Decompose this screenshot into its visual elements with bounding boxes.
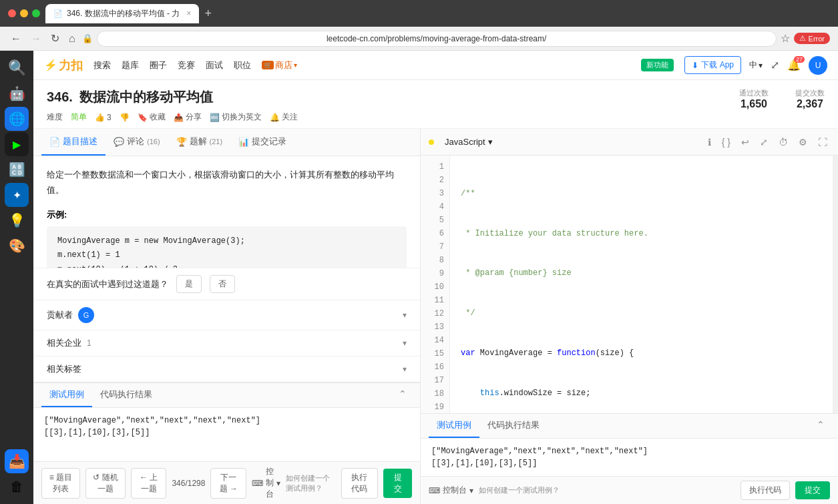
tab-comments[interactable]: 💬 评论 (16) bbox=[106, 129, 168, 156]
prev-btn[interactable]: ← 上一题 bbox=[131, 468, 167, 499]
maximize-dot[interactable] bbox=[32, 9, 40, 17]
tab-description[interactable]: 📄 题目描述 bbox=[41, 129, 106, 156]
submit-btn-right[interactable]: 提交 bbox=[795, 481, 830, 499]
star-btn[interactable]: ☆ bbox=[781, 32, 790, 45]
nav-circle[interactable]: 圈子 bbox=[150, 59, 167, 71]
translate-btn[interactable]: 🔤 切换为英文 bbox=[210, 111, 262, 123]
expand-code-btn[interactable]: ⤢ bbox=[757, 134, 771, 150]
tab-solutions[interactable]: 🏆 题解 (21) bbox=[168, 129, 231, 156]
no-btn[interactable]: 否 bbox=[210, 275, 235, 293]
line-num-17: 17 bbox=[421, 374, 449, 388]
dock-icon-terminal[interactable]: ▶ bbox=[5, 132, 29, 156]
info-btn[interactable]: ℹ bbox=[705, 134, 714, 150]
like-btn[interactable]: 👍 3 bbox=[95, 113, 112, 122]
console-right-icon: ⌨ bbox=[429, 486, 440, 495]
dock-icon-browser[interactable]: 🌐 bbox=[5, 107, 29, 131]
tab-submissions[interactable]: 📊 提交记录 bbox=[230, 129, 294, 156]
difficulty-label: 难度 bbox=[47, 111, 63, 123]
fullscreen-btn[interactable]: ⛶ bbox=[815, 134, 830, 150]
right-test-tab-results[interactable]: 代码执行结果 bbox=[479, 414, 548, 438]
lang-label: JavaScript bbox=[445, 137, 485, 147]
clock-btn[interactable]: ⏱ bbox=[776, 134, 791, 150]
dock-icon-text[interactable]: 🔠 bbox=[5, 158, 29, 182]
dock-icon-paint[interactable]: 🎨 bbox=[5, 234, 29, 258]
dock-icon-finder[interactable]: 🔍 bbox=[5, 56, 29, 80]
nav-shop[interactable]: 🛒 商店 ▾ bbox=[262, 59, 297, 71]
bell-btn[interactable]: 🔔 27 bbox=[787, 59, 801, 71]
console-right-label: 控制台 bbox=[443, 485, 467, 496]
address-input[interactable] bbox=[97, 31, 777, 47]
test-tab-cases[interactable]: 测试用例 bbox=[41, 383, 92, 407]
yes-btn[interactable]: 是 bbox=[176, 275, 202, 293]
like-count: 3 bbox=[107, 113, 112, 122]
right-expand-btn[interactable]: ⌃ bbox=[811, 414, 830, 438]
lang-dropdown-chevron: ▾ bbox=[488, 137, 493, 147]
problem-number: 346. bbox=[47, 89, 73, 104]
reload-btn[interactable]: ↻ bbox=[48, 29, 62, 47]
lang-btn[interactable]: 中 ▾ bbox=[749, 59, 763, 71]
editor-scrollbar[interactable] bbox=[833, 156, 838, 413]
random-btn[interactable]: ↺ 随机一题 bbox=[85, 468, 126, 499]
mac-dock: 🔍 🤖 🌐 ▶ 🔠 ✦ 💡 🎨 📥 🗑 bbox=[0, 51, 33, 504]
dislike-btn[interactable]: 👎 bbox=[120, 113, 130, 122]
nav-topics[interactable]: 题库 bbox=[122, 59, 139, 71]
run-btn-right[interactable]: 执行代码 bbox=[741, 481, 790, 500]
description-icon: 📄 bbox=[49, 137, 60, 147]
forward-btn[interactable]: → bbox=[28, 30, 44, 47]
follow-btn[interactable]: 🔔 关注 bbox=[270, 111, 298, 123]
line-num-1: 1 bbox=[421, 161, 449, 174]
settings-btn[interactable]: ⚙ bbox=[796, 134, 810, 150]
bottom-bar-left: ≡ 题目列表 ↺ 随机一题 ← 上一题 346/1298 下一题 → ⌨ 控制台… bbox=[33, 461, 420, 504]
next-btn[interactable]: 下一题 → bbox=[210, 468, 246, 499]
bookmark-btn[interactable]: 🔖 收藏 bbox=[138, 111, 166, 123]
dock-icon-download[interactable]: 📥 bbox=[5, 449, 29, 473]
console-btn[interactable]: ⌨ 控制台 ▾ bbox=[252, 466, 280, 500]
dock-icon-trash[interactable]: 🗑 bbox=[5, 475, 29, 499]
code-content[interactable]: /** * Initialize your data structure her… bbox=[450, 156, 833, 413]
left-resize-handle[interactable] bbox=[420, 134, 421, 401]
tab-close-btn[interactable]: × bbox=[186, 9, 191, 18]
dock-icon-bulb[interactable]: 💡 bbox=[5, 208, 29, 232]
contributors-section[interactable]: 贡献者 G ▾ bbox=[33, 300, 420, 330]
logo[interactable]: ⚡ 力扣 bbox=[44, 57, 83, 73]
avatar[interactable]: U bbox=[809, 56, 827, 75]
nav-interview[interactable]: 面试 bbox=[206, 59, 223, 71]
code-format-btn[interactable]: { } bbox=[719, 134, 733, 150]
new-feature-badge[interactable]: 新功能 bbox=[641, 59, 674, 71]
dock-icon-vscode[interactable]: ✦ bbox=[5, 183, 29, 207]
minimize-dot[interactable] bbox=[20, 9, 28, 17]
related-tags-section[interactable]: 相关标签 ▾ bbox=[33, 356, 420, 382]
tab-icon: 📄 bbox=[53, 9, 63, 18]
left-panel: 📄 题目描述 💬 评论 (16) 🏆 题解 (21) 📊 bbox=[33, 129, 421, 504]
browser-tab-active[interactable]: 📄 346. 数据流中的移动平均值 - 力 × bbox=[45, 4, 199, 23]
download-app-btn[interactable]: ⬇ 下载 App bbox=[684, 56, 741, 74]
submit-btn[interactable]: 提交 bbox=[383, 469, 412, 498]
editor-area[interactable]: 1 2 3 4 5 6 7 8 9 10 11 12 13 14 bbox=[421, 156, 838, 413]
error-badge[interactable]: ⚠ Error bbox=[794, 33, 830, 44]
close-dot[interactable] bbox=[8, 9, 16, 17]
lang-selector[interactable]: JavaScript ▾ bbox=[439, 134, 498, 150]
line-num-18: 18 bbox=[421, 388, 449, 401]
right-test-tab-active[interactable]: 测试用例 bbox=[429, 414, 479, 438]
solutions-label: 题解 bbox=[190, 136, 207, 148]
restore-btn[interactable]: ↩ bbox=[739, 134, 752, 150]
related-tags-label: 相关标签 bbox=[47, 363, 81, 375]
line-num-6: 6 bbox=[421, 228, 449, 241]
run-btn[interactable]: 执行代码 bbox=[341, 468, 379, 499]
new-tab-btn[interactable]: + bbox=[204, 7, 212, 19]
dock-icon-ai[interactable]: 🤖 bbox=[5, 81, 29, 105]
nav-job[interactable]: 职位 bbox=[234, 59, 251, 71]
related-companies-section[interactable]: 相关企业 1 ▾ bbox=[33, 330, 420, 356]
test-expand-btn[interactable]: ⌃ bbox=[393, 383, 412, 407]
problem-list-btn[interactable]: ≡ 题目列表 bbox=[41, 468, 80, 499]
console-right-btn[interactable]: ⌨ 控制台 ▾ bbox=[429, 485, 473, 496]
expand-btn[interactable]: ⤢ bbox=[771, 59, 779, 71]
test-tab-results[interactable]: 代码执行结果 bbox=[92, 383, 160, 407]
back-btn[interactable]: ← bbox=[8, 30, 24, 47]
nav-contest[interactable]: 竞赛 bbox=[178, 59, 195, 71]
shop-icon: 🛒 bbox=[262, 61, 274, 69]
related-companies-count: 1 bbox=[87, 338, 91, 348]
share-btn[interactable]: 📤 分享 bbox=[174, 111, 202, 123]
nav-search[interactable]: 搜索 bbox=[93, 59, 111, 71]
home-btn[interactable]: ⌂ bbox=[66, 30, 78, 47]
